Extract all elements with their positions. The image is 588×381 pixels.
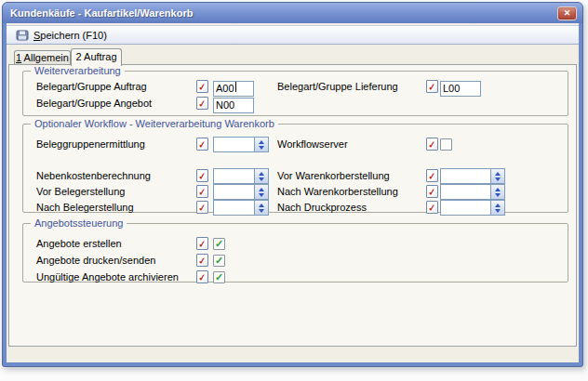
beleggruppenermittlung-spinner — [213, 137, 269, 152]
save-button-label: Speichern (F10) — [33, 30, 107, 41]
nach-druckprozess-spinner — [440, 200, 505, 216]
vor-warenkorberstellung-validate-icon[interactable]: ✓ — [426, 169, 438, 182]
vor-belegerstellung-validate-icon[interactable]: ✓ — [196, 185, 208, 198]
belegart-gruppe-angebot-validate-icon[interactable]: ✓ — [196, 97, 208, 110]
save-icon — [16, 29, 29, 42]
nach-belegerstellung-input[interactable] — [214, 201, 254, 215]
vor-warenkorberstellung-label: Vor Warenkorberstellung — [277, 168, 390, 184]
desktop-background: Kundenkäufe - Kaufartikel/Warenkorb ✕ Sp… — [0, 0, 588, 381]
vor-belegerstellung-input[interactable] — [214, 185, 254, 199]
dialog-client-area: Speichern (F10) 1 Allgemein 2 Auftrag We… — [7, 23, 579, 362]
belegart-gruppe-lieferung-validate-icon[interactable]: ✓ — [426, 80, 438, 93]
nach-druckprozess-input[interactable] — [441, 201, 490, 215]
vor-warenkorberstellung-spinner — [440, 168, 505, 184]
nebenkostenberechnung-spinner — [213, 168, 269, 184]
spin-up-icon — [259, 172, 264, 176]
tab-allgemein[interactable]: 1 Allgemein — [14, 50, 71, 65]
spin-down-icon — [259, 146, 264, 150]
close-icon: ✕ — [564, 9, 571, 18]
ungueltige-angebote-archivieren-validate-icon[interactable]: ✓ — [196, 270, 208, 283]
group-workflow: Optionaler Workflow - Weiterverarbeitung… — [22, 124, 568, 213]
nach-warenkorberstellung-validate-icon[interactable]: ✓ — [426, 185, 438, 198]
belegart-gruppe-lieferung-label: Belegart/Gruppe Lieferung — [277, 79, 398, 95]
nach-belegerstellung-spinner — [213, 200, 269, 216]
text-caret — [235, 82, 236, 92]
spin-down-icon — [259, 177, 264, 181]
ungueltige-angebote-archivieren-checkbox[interactable]: ✓ — [213, 271, 225, 283]
belegart-gruppe-angebot-inputwrap — [213, 96, 254, 112]
spin-down-icon — [259, 193, 264, 197]
angebote-drucken-senden-label: Angebote drucken/senden — [36, 253, 155, 269]
nach-warenkorberstellung-spinner — [440, 184, 505, 200]
spin-up-icon — [495, 188, 501, 191]
nebenkostenberechnung-input[interactable] — [214, 169, 254, 183]
toolbar: Speichern (F10) — [7, 25, 579, 45]
spin-down-icon — [495, 177, 501, 181]
belegart-gruppe-auftrag-label: Belegart/Gruppe Auftrag — [36, 79, 147, 95]
dialog-window: Kundenkäufe - Kaufartikel/Warenkorb ✕ Sp… — [2, 2, 583, 367]
title-bar[interactable]: Kundenkäufe - Kaufartikel/Warenkorb — [3, 3, 582, 23]
belegart-gruppe-auftrag-input[interactable] — [213, 81, 254, 97]
ungueltige-angebote-archivieren-label: Ungültige Angebote archivieren — [36, 269, 179, 285]
angebote-erstellen-label: Angebote erstellen — [36, 236, 122, 252]
nach-belegerstellung-validate-icon[interactable]: ✓ — [196, 201, 208, 214]
nach-warenkorberstellung-spin-button[interactable] — [490, 185, 504, 199]
nebenkostenberechnung-spin-button[interactable] — [254, 169, 268, 183]
save-button[interactable]: Speichern (F10) — [11, 28, 112, 43]
group-weiterverarbeitung-title: Weiterverarbeitung — [31, 65, 125, 77]
workflowserver-label: Workflowserver — [277, 137, 348, 152]
tab-page-auftrag: Weiterverarbeitung Belegart/Gruppe Auftr… — [8, 64, 577, 347]
vor-belegerstellung-spin-button[interactable] — [254, 185, 268, 199]
nach-warenkorberstellung-label: Nach Warenkorberstellung — [277, 184, 398, 200]
beleggruppenermittlung-label: Beleggruppenermittlung — [36, 137, 145, 152]
belegart-gruppe-angebot-label: Belegart/Gruppe Angebot — [36, 96, 152, 112]
spin-up-icon — [259, 204, 264, 207]
workflowserver-checkbox[interactable]: ✓ — [440, 138, 452, 151]
spin-down-icon — [495, 209, 501, 213]
spin-up-icon — [259, 140, 264, 144]
window-title: Kundenkäufe - Kaufartikel/Warenkorb — [10, 7, 193, 19]
group-workflow-title: Optionaler Workflow - Weiterverarbeitung… — [31, 118, 278, 130]
vor-belegerstellung-spinner — [213, 184, 269, 200]
tab-allgemein-label: 1 Allgemein — [16, 52, 69, 63]
beleggruppenermittlung-validate-icon[interactable]: ✓ — [196, 138, 208, 151]
belegart-gruppe-lieferung-inputwrap — [440, 79, 481, 95]
spin-down-icon — [495, 193, 501, 197]
nach-belegerstellung-spin-button[interactable] — [254, 201, 268, 215]
belegart-gruppe-auftrag-inputwrap — [213, 79, 254, 95]
group-angebotssteuerung: Angebotssteuerung Angebote erstellen ✓ ✓… — [22, 223, 568, 282]
beleggruppenermittlung-spin-button[interactable] — [254, 138, 268, 151]
spin-up-icon — [259, 188, 264, 191]
workflowserver-validate-icon[interactable]: ✓ — [426, 138, 438, 151]
belegart-gruppe-angebot-input[interactable] — [213, 98, 254, 113]
close-button[interactable]: ✕ — [557, 7, 577, 20]
vor-warenkorberstellung-spin-button[interactable] — [490, 169, 504, 183]
nach-druckprozess-validate-icon[interactable]: ✓ — [426, 201, 438, 214]
spin-down-icon — [259, 209, 264, 213]
belegart-gruppe-lieferung-input[interactable] — [440, 81, 481, 97]
nebenkostenberechnung-validate-icon[interactable]: ✓ — [196, 169, 208, 182]
vor-warenkorberstellung-input[interactable] — [441, 169, 490, 183]
vor-belegerstellung-label: Vor Belegerstellung — [36, 184, 125, 200]
nebenkostenberechnung-label: Nebenkostenberechnung — [36, 168, 151, 184]
angebote-erstellen-checkbox[interactable]: ✓ — [213, 238, 225, 250]
spin-up-icon — [495, 204, 501, 207]
tab-auftrag[interactable]: 2 Auftrag — [71, 48, 122, 66]
angebote-drucken-senden-checkbox[interactable]: ✓ — [213, 255, 225, 267]
nach-warenkorberstellung-input[interactable] — [441, 185, 490, 199]
tab-auftrag-label: 2 Auftrag — [75, 51, 116, 62]
spin-up-icon — [495, 172, 501, 176]
nach-druckprozess-spin-button[interactable] — [490, 201, 504, 215]
belegart-gruppe-auftrag-validate-icon[interactable]: ✓ — [196, 80, 208, 93]
group-weiterverarbeitung: Weiterverarbeitung Belegart/Gruppe Auftr… — [22, 71, 568, 116]
angebote-erstellen-validate-icon[interactable]: ✓ — [196, 237, 208, 250]
angebote-drucken-senden-validate-icon[interactable]: ✓ — [196, 254, 208, 267]
nach-druckprozess-label: Nach Druckprozess — [277, 200, 367, 216]
nach-belegerstellung-label: Nach Belegerstellung — [36, 200, 134, 216]
group-angebotssteuerung-title: Angebotssteuerung — [31, 217, 127, 230]
beleggruppenermittlung-input[interactable] — [214, 138, 254, 151]
